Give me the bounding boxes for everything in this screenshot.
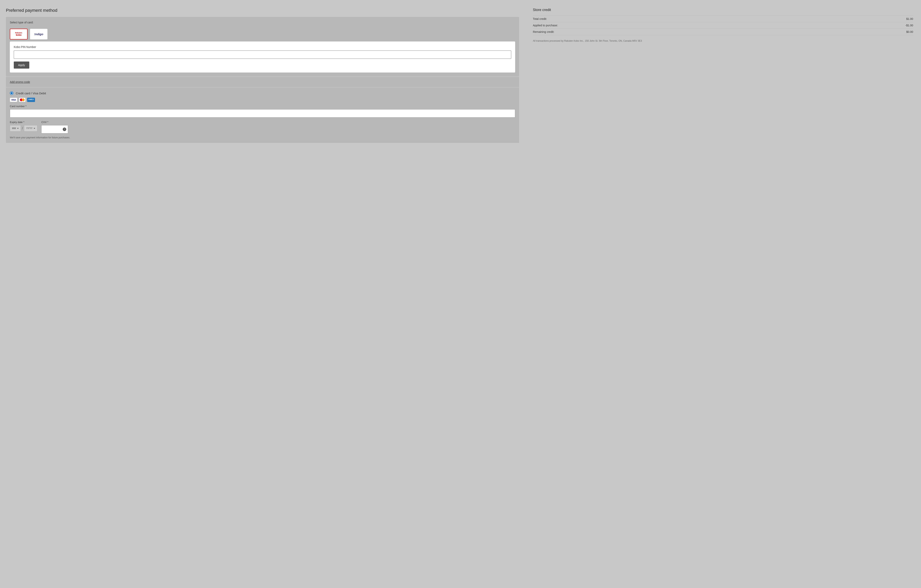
amex-logo-icon: AMEX (27, 97, 35, 102)
promo-code-link[interactable]: Add promo code (10, 80, 30, 83)
cvv-input-wrap: ? (41, 125, 68, 133)
expiry-group: Expiry date * MM / YYYY (10, 121, 37, 132)
expiry-label: Expiry date * (10, 121, 37, 123)
card-type-section: Select type of card: Rakuten kobo !ndigo… (6, 17, 519, 76)
credit-rows: Total credit: $1.00 Applied to purchase:… (533, 16, 913, 35)
transaction-note: All transactions processed by Rakuten Ko… (533, 39, 913, 43)
apply-button[interactable]: Apply (14, 62, 29, 68)
year-chevron-down-icon (34, 128, 35, 129)
month-select-text: MM (12, 127, 16, 130)
year-select-text: YYYY (26, 127, 33, 130)
store-credit-title: Store credit (533, 8, 913, 12)
card-number-label: Card number * (10, 105, 515, 108)
year-select[interactable]: YYYY (24, 125, 37, 132)
card-number-input[interactable] (10, 109, 515, 117)
credit-card-section: Credit card / Visa Debit VISA AMEX Card … (6, 88, 519, 143)
indigo-card-option[interactable]: !ndigo (30, 29, 47, 39)
visa-logo-icon: VISA (10, 97, 17, 102)
month-select[interactable]: MM (10, 125, 21, 132)
remaining-credit-label: Remaining credit: (533, 30, 554, 33)
save-payment-note: We'll save your payment information for … (10, 136, 515, 139)
credit-card-label: Credit card / Visa Debit (16, 92, 46, 95)
remaining-credit-value: $0.00 (906, 30, 913, 33)
mc-circle-right (22, 99, 24, 101)
rakuten-kobo-logo: Rakuten kobo (15, 32, 22, 36)
page-title: Preferred payment method (6, 8, 519, 13)
remaining-credit-row: Remaining credit: $0.00 (533, 29, 913, 35)
applied-credit-row: Applied to purchase: -$1.00 (533, 22, 913, 29)
cvv-group: CVV * ? (41, 121, 68, 133)
applied-credit-value: -$1.00 (905, 24, 913, 27)
promo-section: Add promo code (6, 77, 519, 87)
kobo-text: kobo (16, 34, 22, 36)
pin-label: Kobo PIN Number (14, 45, 511, 49)
expiry-cvv-row: Expiry date * MM / YYYY CVV (10, 121, 515, 133)
indigo-logo: !ndigo (34, 32, 43, 36)
mastercard-logo-icon (19, 97, 26, 102)
applied-credit-label: Applied to purchase: (533, 24, 558, 27)
card-logos: VISA AMEX (10, 97, 515, 102)
month-chevron-down-icon (17, 128, 19, 129)
total-credit-label: Total credit: (533, 17, 547, 20)
card-type-label: Select type of card: (10, 21, 515, 24)
card-options-container: Rakuten kobo !ndigo (10, 27, 515, 41)
radio-selected-indicator (11, 92, 13, 94)
cvv-input[interactable] (43, 128, 63, 131)
pin-input[interactable] (14, 50, 511, 59)
total-credit-row: Total credit: $1.00 (533, 16, 913, 22)
credit-card-radio-row: Credit card / Visa Debit (10, 91, 515, 95)
expiry-selects: MM / YYYY (10, 125, 37, 132)
date-separator: / (22, 127, 23, 130)
cvv-help-icon[interactable]: ? (63, 128, 66, 131)
credit-card-radio[interactable] (10, 91, 13, 95)
right-panel: Store credit Total credit: $1.00 Applied… (525, 4, 921, 584)
rakuten-kobo-card-option[interactable]: Rakuten kobo (10, 29, 28, 39)
pin-section: Kobo PIN Number Apply (10, 41, 515, 73)
cvv-label: CVV * (41, 121, 68, 123)
total-credit-value: $1.00 (906, 17, 913, 20)
